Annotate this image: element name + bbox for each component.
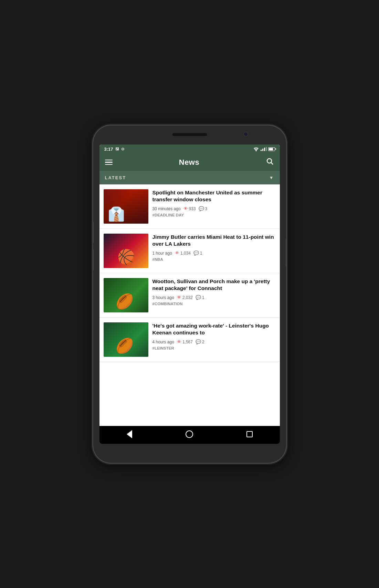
- news-content-4: 'He's got amazing work-rate' - Leinster'…: [152, 322, 276, 351]
- screen: 3:17 🖫 ⊙: [99, 145, 280, 444]
- news-item-2[interactable]: Jimmy Butler carries Miami Heat to 11-po…: [99, 229, 280, 273]
- news-time-1: 30 minutes ago: [152, 206, 181, 211]
- news-item-1[interactable]: Spotlight on Manchester United as summer…: [99, 184, 280, 229]
- news-content-3: Wootton, Sullivan and Porch make up a 'p…: [152, 278, 276, 306]
- news-meta-1: 30 minutes ago 👁 933 💬 3: [152, 206, 276, 211]
- news-comments-3: 💬 1: [196, 295, 204, 300]
- eye-icon-1: 👁: [183, 206, 188, 211]
- hamburger-menu-button[interactable]: [105, 160, 113, 165]
- wifi-icon: [253, 147, 259, 151]
- news-item-3[interactable]: Wootton, Sullivan and Porch make up a 'p…: [99, 273, 280, 318]
- recents-button[interactable]: [245, 429, 254, 439]
- news-views-1: 👁 933: [183, 206, 196, 211]
- status-bar: 3:17 🖫 ⊙: [99, 145, 280, 154]
- news-tag-2: #NBA: [152, 257, 276, 261]
- news-thumb-4: [104, 322, 148, 357]
- views-count-2: 1,034: [180, 251, 191, 256]
- eye-icon-2: 👁: [175, 250, 179, 256]
- news-thumb-2: [104, 234, 148, 268]
- volume-down-button[interactable]: [93, 249, 94, 270]
- news-title-1: Spotlight on Manchester United as summer…: [152, 189, 276, 204]
- news-meta-3: 3 hours ago 👁 2,032 💬 1: [152, 295, 276, 300]
- filter-label: LATEST: [105, 175, 126, 180]
- search-button[interactable]: [266, 157, 274, 168]
- comments-count-3: 1: [202, 295, 204, 300]
- comment-icon-3: 💬: [196, 295, 201, 300]
- news-time-4: 4 hours ago: [152, 340, 174, 344]
- svg-point-1: [267, 159, 272, 163]
- news-views-4: 👁 1,567: [177, 339, 193, 344]
- status-left: 3:17 🖫 ⊙: [104, 147, 124, 152]
- news-title-2: Jimmy Butler carries Miami Heat to 11-po…: [152, 234, 276, 248]
- svg-line-2: [271, 162, 273, 164]
- app-header: News: [99, 154, 280, 171]
- battery-icon: [268, 147, 275, 151]
- back-button[interactable]: [125, 429, 134, 439]
- views-count-1: 933: [189, 206, 196, 211]
- home-circle-icon: [186, 430, 193, 438]
- news-title-3: Wootton, Sullivan and Porch make up a 'p…: [152, 278, 276, 292]
- news-views-3: 👁 2,032: [177, 295, 193, 300]
- views-count-3: 2,032: [182, 295, 193, 300]
- comment-icon-2: 💬: [193, 250, 199, 256]
- news-list: Spotlight on Manchester United as summer…: [99, 184, 280, 426]
- signal-icon: [261, 147, 267, 151]
- comment-icon-1: 💬: [199, 206, 204, 211]
- news-comments-4: 💬 2: [196, 339, 204, 344]
- comment-icon-4: 💬: [196, 339, 201, 344]
- news-thumb-1: [104, 189, 148, 224]
- power-button[interactable]: [286, 239, 286, 267]
- back-arrow-icon: [127, 430, 132, 438]
- comments-count-1: 3: [205, 206, 208, 211]
- comments-count-4: 2: [202, 340, 204, 344]
- page-title: News: [179, 158, 199, 167]
- time-display: 3:17: [104, 147, 113, 152]
- volume-up-button[interactable]: [93, 222, 94, 243]
- news-thumb-3: [104, 278, 148, 312]
- news-title-4: 'He's got amazing work-rate' - Leinster'…: [152, 322, 276, 337]
- sim-icon: 🖫: [115, 147, 119, 151]
- news-time-3: 3 hours ago: [152, 295, 174, 300]
- status-right: [253, 147, 275, 151]
- news-tag-3: #COMBINATION: [152, 302, 276, 306]
- news-time-2: 1 hour ago: [152, 251, 172, 256]
- news-item-4[interactable]: 'He's got amazing work-rate' - Leinster'…: [99, 318, 280, 362]
- dropdown-icon[interactable]: ▼: [269, 175, 274, 180]
- news-views-2: 👁 1,034: [175, 250, 191, 256]
- news-comments-2: 💬 1: [193, 250, 202, 256]
- views-count-4: 1,567: [182, 340, 193, 344]
- news-tag-1: #DEADLINE DAY: [152, 213, 276, 217]
- eye-icon-3: 👁: [177, 295, 181, 300]
- front-camera: [243, 132, 248, 137]
- news-meta-2: 1 hour ago 👁 1,034 💬 1: [152, 250, 276, 256]
- speaker-grille: [172, 133, 207, 136]
- phone-frame: 3:17 🖫 ⊙: [93, 126, 286, 463]
- news-content-2: Jimmy Butler carries Miami Heat to 11-po…: [152, 234, 276, 262]
- news-meta-4: 4 hours ago 👁 1,567 💬 2: [152, 339, 276, 344]
- navigation-bar: [99, 426, 280, 444]
- svg-point-0: [255, 150, 256, 151]
- home-button[interactable]: [185, 429, 194, 439]
- news-tag-4: #LEINSTER: [152, 346, 276, 350]
- news-comments-1: 💬 3: [199, 206, 208, 211]
- filter-bar[interactable]: LATEST ▼: [99, 171, 280, 184]
- recents-square-icon: [246, 431, 253, 437]
- nfc-icon: ⊙: [121, 147, 124, 151]
- comments-count-2: 1: [200, 251, 202, 256]
- eye-icon-4: 👁: [177, 339, 181, 344]
- news-content-1: Spotlight on Manchester United as summer…: [152, 189, 276, 217]
